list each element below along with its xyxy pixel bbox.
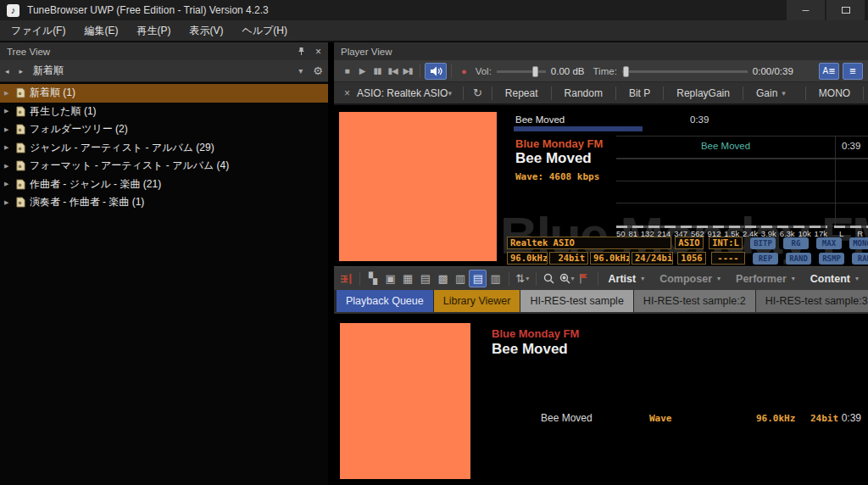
content-dropdown[interactable]: Content▾ [804,273,865,285]
now-playing-indicator-icon[interactable] [337,270,355,287]
expander-icon[interactable]: ▶ [4,163,15,170]
chevron-down-icon[interactable]: ▾ [448,89,452,98]
refresh-icon[interactable]: ↻ [468,86,487,99]
app-window: ♪ TuneBrowser UWP (Free Edition - Trial)… [0,0,868,485]
repeat-button[interactable]: Repeat [497,87,547,99]
expander-icon[interactable]: ▶ [4,126,15,133]
album-art[interactable] [339,112,497,261]
view-detail-grid-button[interactable]: ▩ [434,270,452,287]
view-tiles-button[interactable]: ▚ [364,270,382,287]
maximize-button[interactable] [826,0,865,20]
tree-item-label: 再生した順 (1) [30,104,97,119]
menu-help[interactable]: ヘルプ(H) [232,20,297,41]
view-list-button[interactable]: ▤ [417,270,435,287]
seek-slider-thumb[interactable] [623,66,629,77]
artist-dropdown[interactable]: Artist▾ [603,273,651,285]
tab-hires-sample-3[interactable]: HI-RES-test sample:3 [756,290,868,312]
mute-button[interactable] [425,63,447,80]
tree-item-format-artist-album[interactable]: ▶ フォーマット - アーティスト - アルバム (4) [0,157,328,176]
tree-item-performer-composer-track[interactable]: ▶ 演奏者 - 作曲者 - 楽曲 (1) [0,193,328,212]
status-latency: ---- [711,252,745,265]
toggle-repeat[interactable]: REP [753,253,778,265]
tree-item-newest[interactable]: ▶ 新着順 (1) [0,84,328,103]
playlist-row-title[interactable]: Bee Moved [616,141,835,151]
expander-icon[interactable]: ▶ [4,108,15,114]
performer-dropdown[interactable]: Performer▾ [730,273,801,285]
queue-track-title[interactable]: Bee Moved [515,114,565,125]
volume-slider[interactable] [497,65,546,77]
status-bit-depth-in: 24bit [549,252,588,265]
tab-playback-queue[interactable]: Playback Queue [337,290,433,312]
gain-dropdown[interactable]: Gain▾ [748,87,801,99]
track-row-title[interactable]: Bee Moved [541,412,593,424]
expander-icon[interactable]: ▶ [4,90,15,97]
panel-divider[interactable] [328,42,334,485]
toggle-bitperfect[interactable]: BITP [750,237,776,249]
list-view-button[interactable]: ≣ [843,63,863,80]
composer-dropdown[interactable]: Composer▾ [654,273,726,285]
view-thumbnail-list-button[interactable]: ▤ [469,270,487,287]
output-device-select[interactable]: ASIO: Realtek ASIO [357,87,448,99]
menu-play[interactable]: 再生(P) [127,20,180,41]
record-icon[interactable]: ● [461,66,467,76]
close-panel-icon[interactable]: × [315,46,321,58]
filter-flag-button[interactable] [576,270,593,287]
sort-dropdown[interactable]: ⇅▾ [514,270,531,287]
mono-button[interactable]: MONO [810,87,859,99]
toggle-random[interactable]: RAND [786,253,811,265]
menu-view[interactable]: 表示(V) [180,20,232,41]
stop-button[interactable]: ■ [339,66,354,75]
view-indent-list-button[interactable]: ▥ [487,270,504,287]
track-progress-bar[interactable] [514,126,643,131]
random-button[interactable]: Random [556,87,611,99]
view-overlap-button[interactable]: ▣ [381,270,399,287]
tab-bar: Playback Queue Library Viewer HI-RES-tes… [334,290,868,312]
seek-slider[interactable] [622,65,748,77]
history-back-icon[interactable]: ◂ [5,67,11,75]
toggle-mono[interactable]: MONO [849,237,868,249]
chevron-down-icon[interactable]: ▾ [298,66,303,75]
play-button[interactable]: ▶ [354,66,370,75]
playlist-grid[interactable]: Bee Moved 0:39 [616,136,868,226]
tab-library-viewer[interactable]: Library Viewer [434,290,520,312]
search-options-dropdown[interactable]: ▾ [558,270,576,287]
expander-icon[interactable]: ▶ [4,144,15,151]
toggle-max[interactable]: MAX [816,237,842,249]
menu-edit[interactable]: 編集(E) [75,20,127,41]
tree-selector-value[interactable]: 新着順 [33,64,298,78]
bit-perfect-button[interactable]: Bit P [620,87,659,99]
volume-slider-thumb[interactable] [532,66,538,77]
album-art[interactable] [340,323,470,479]
view-album-list-button[interactable]: ▥ [452,270,470,287]
separator [551,86,552,100]
menu-file[interactable]: ファイル(F) [2,20,75,41]
close-icon[interactable]: × [337,87,357,99]
tree-item-label: ジャンル - アーティスト - アルバム (29) [30,141,214,155]
minimize-button[interactable]: ─ [787,0,825,20]
performer-dropdown-label: Performer [736,273,787,285]
playlist-tag-icon [15,197,30,208]
tab-hires-sample-2[interactable]: HI-RES-test sample:2 [634,290,755,312]
gear-icon[interactable]: ⚙ [313,64,323,77]
expander-icon[interactable]: ▶ [4,181,15,187]
expander-icon[interactable]: ▶ [4,199,15,206]
tab-hires-sample-1[interactable]: HI-RES-test sample [520,290,632,312]
toggle-replaygain[interactable]: RG [783,237,809,249]
pause-button[interactable]: ▮▮ [370,66,385,75]
text-view-button[interactable]: A≣ [819,63,839,80]
view-grid-button[interactable]: ▦ [399,270,417,287]
tree-item-recently-played[interactable]: ▶ 再生した順 (1) [0,103,328,121]
toggle-ram[interactable]: RAM [852,253,868,265]
next-button[interactable]: ▶▮ [400,66,415,75]
previous-button[interactable]: ▮◀ [385,66,400,75]
toggle-resample[interactable]: RSMP [819,253,844,265]
replaygain-button[interactable]: ReplayGain [668,87,738,99]
separator [463,86,464,100]
tree-item-genre-artist-album[interactable]: ▶ ジャンル - アーティスト - アルバム (29) [0,139,328,158]
tree-item-folder-tree[interactable]: ▶ フォルダーツリー (2) [0,120,328,139]
time-label: Time: [593,66,617,76]
search-button[interactable] [541,270,559,287]
tree-item-composer-genre-track[interactable]: ▶ 作曲者 - ジャンル - 楽曲 (21) [0,176,328,194]
pin-icon[interactable] [298,47,305,56]
history-forward-icon[interactable]: ▸ [19,67,25,75]
